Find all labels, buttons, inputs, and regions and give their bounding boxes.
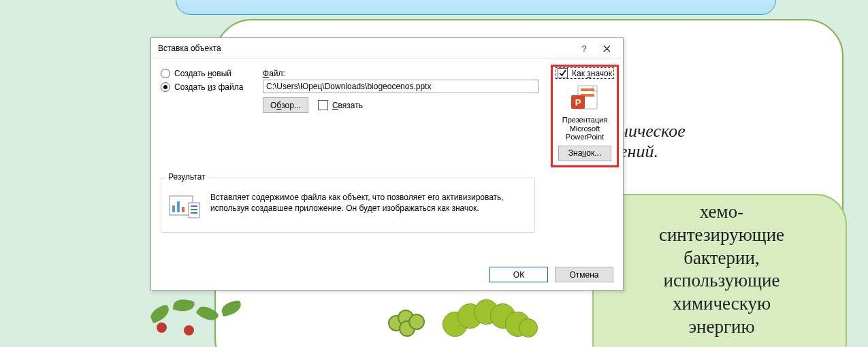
svg-rect-1 bbox=[581, 88, 594, 91]
dialog-title: Вставка объекта bbox=[158, 44, 574, 53]
dialog-titlebar: Вставка объекта ? bbox=[151, 38, 623, 59]
svg-rect-8 bbox=[182, 207, 184, 212]
result-text: Вставляет содержимое файла как объект, ч… bbox=[210, 192, 528, 214]
browse-button[interactable]: Обзор... bbox=[263, 97, 308, 113]
create-new-label: Создать новый bbox=[174, 69, 231, 78]
bg-bacteria-text: хемо- синтезирующие бактерии, использующ… bbox=[609, 201, 834, 339]
svg-rect-11 bbox=[191, 209, 197, 210]
checkbox-icon bbox=[318, 100, 328, 110]
checkbox-icon bbox=[558, 68, 568, 78]
result-legend: Результат bbox=[165, 172, 208, 182]
create-from-file-label: Создать из файла bbox=[174, 82, 243, 92]
title-ribbon bbox=[176, 0, 776, 15]
display-as-icon-checkbox[interactable]: Как значок bbox=[556, 67, 614, 79]
help-button[interactable]: ? bbox=[574, 44, 594, 54]
close-button[interactable] bbox=[594, 41, 619, 56]
radio-icon bbox=[161, 69, 170, 78]
file-path-input[interactable] bbox=[263, 80, 539, 93]
close-icon bbox=[603, 45, 611, 52]
strawberry-plant-icon bbox=[143, 294, 252, 342]
file-label: Файл: bbox=[263, 69, 539, 78]
create-from-file-radio[interactable]: Создать из файла bbox=[161, 82, 263, 92]
link-label: Связать bbox=[332, 101, 363, 110]
result-group: Результат Вставляет содержимое файла как bbox=[161, 178, 535, 233]
svg-rect-12 bbox=[191, 212, 197, 214]
insert-object-dialog: Вставка объекта ? Создать новый Создать … bbox=[150, 37, 624, 291]
cancel-button[interactable]: Отмена bbox=[555, 267, 613, 282]
create-new-radio[interactable]: Создать новый bbox=[161, 69, 263, 78]
svg-rect-7 bbox=[177, 201, 180, 212]
svg-rect-6 bbox=[172, 205, 175, 212]
svg-text:P: P bbox=[575, 97, 581, 108]
link-checkbox[interactable]: Связать bbox=[318, 100, 363, 110]
embed-icon bbox=[168, 192, 201, 221]
ok-button[interactable]: ОК bbox=[489, 267, 548, 282]
change-icon-button[interactable]: Значок... bbox=[558, 146, 611, 161]
bg-organic-text: ническое ений. bbox=[620, 121, 686, 162]
powerpoint-icon: P bbox=[570, 84, 600, 114]
worm-icon bbox=[443, 299, 551, 340]
display-as-icon-panel: Как значок P Презентация Microsoft Power… bbox=[551, 65, 619, 167]
icon-caption: Презентация Microsoft PowerPoint bbox=[553, 116, 616, 142]
radio-icon bbox=[161, 82, 170, 92]
display-as-icon-label: Как значок bbox=[572, 69, 612, 78]
svg-rect-10 bbox=[191, 205, 197, 207]
